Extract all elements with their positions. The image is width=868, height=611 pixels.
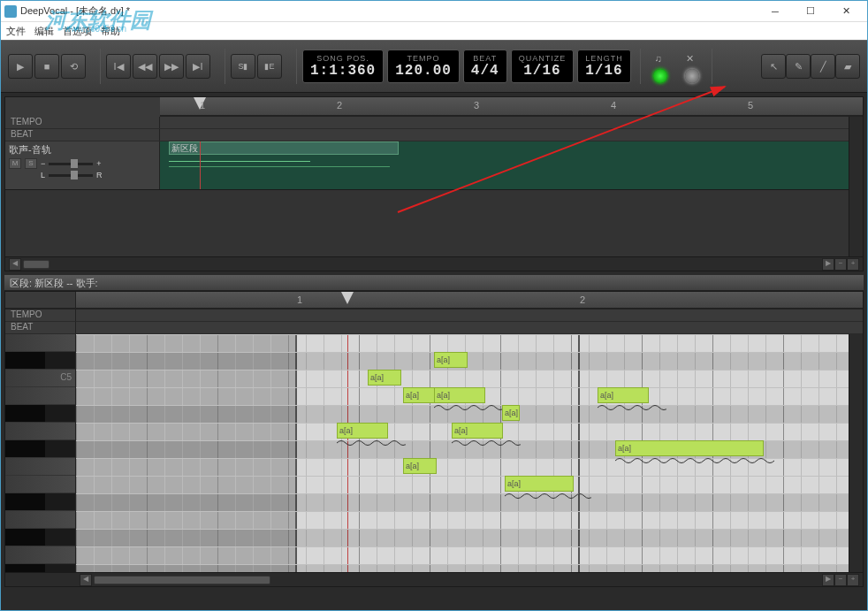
marker-end-button[interactable]: ▮E bbox=[257, 54, 282, 79]
piano-scroll-left[interactable]: ◀ bbox=[80, 574, 92, 586]
play-button[interactable]: ▶ bbox=[8, 54, 33, 79]
menu-file[interactable]: 文件 bbox=[6, 25, 26, 38]
key-c5: C5 bbox=[60, 372, 72, 382]
piano-scroll-right[interactable]: ▶ bbox=[822, 574, 834, 586]
menu-pref[interactable]: 首选项 bbox=[63, 25, 92, 38]
ruler-3: 3 bbox=[474, 100, 479, 111]
songpos-display[interactable]: SONG POS. 1:1:360 bbox=[302, 50, 384, 83]
music-note-icon[interactable]: ♫ bbox=[650, 50, 667, 67]
piano-grid[interactable]: a[a]a[a]a[a]a[a]a[a]a[a]a[a]a[a]a[a]a[a]… bbox=[76, 334, 849, 572]
midi-note[interactable]: a[a] bbox=[368, 370, 401, 386]
piano-tempo-grid[interactable] bbox=[76, 309, 863, 322]
tempo-display[interactable]: TEMPO 120.00 bbox=[387, 50, 460, 83]
piano-playhead-marker[interactable] bbox=[341, 292, 354, 304]
rewind-button[interactable]: ◀◀ bbox=[133, 54, 157, 79]
ruler-5: 5 bbox=[748, 100, 753, 111]
track-header[interactable]: 歌声-音轨 M S − + L R bbox=[5, 141, 160, 189]
menu-edit[interactable]: 编辑 bbox=[34, 25, 54, 38]
ruler-1: 1 bbox=[200, 100, 205, 111]
region-block[interactable]: 新区段 bbox=[169, 141, 399, 155]
midi-note[interactable]: a[a] bbox=[434, 387, 485, 403]
vol-plus: + bbox=[96, 159, 101, 168]
zoom-out-btn[interactable]: − bbox=[834, 258, 847, 271]
pan-r: R bbox=[96, 171, 103, 179]
marker-start-button[interactable]: S▮ bbox=[231, 54, 255, 79]
midi-note[interactable]: a[a] bbox=[598, 387, 649, 403]
track-area: 1 2 3 4 5 6 TEMPO BEAT 歌声-音轨 M S − + bbox=[4, 96, 864, 271]
track-ruler[interactable]: 1 2 3 4 5 6 bbox=[160, 97, 863, 117]
track-scrollbar[interactable]: ◀ ▶ − + bbox=[5, 256, 863, 271]
songpos-label: SONG POS. bbox=[310, 54, 376, 63]
titlebar: DeepVocal - [未命名.dv] * ─ ☐ ✕ bbox=[1, 1, 867, 22]
midi-note[interactable]: a[a] bbox=[505, 476, 574, 492]
forward-button[interactable]: ▶▶ bbox=[159, 54, 184, 79]
length-value: 1/16 bbox=[585, 63, 623, 79]
piano-ruler-1: 1 bbox=[297, 294, 302, 305]
piano-vscroll[interactable] bbox=[849, 334, 863, 572]
tempo-row-grid[interactable] bbox=[160, 117, 863, 128]
ruler-4: 4 bbox=[611, 100, 616, 111]
eraser-tool[interactable]: ▰ bbox=[835, 54, 860, 79]
track-vscroll[interactable] bbox=[849, 117, 863, 256]
volume-slider[interactable] bbox=[49, 163, 93, 165]
piano-keyboard[interactable]: C5 C4 bbox=[5, 334, 76, 572]
tempo-value: 120.00 bbox=[395, 63, 452, 79]
beat-display[interactable]: BEAT 4/4 bbox=[463, 50, 507, 83]
stop-button[interactable]: ■ bbox=[34, 54, 59, 79]
piano-tempo-label: TEMPO bbox=[5, 309, 76, 322]
goto-end-button[interactable]: ▶I bbox=[186, 54, 210, 79]
scroll-right-btn[interactable]: ▶ bbox=[822, 258, 834, 271]
track-row: 歌声-音轨 M S − + L R 新区段 bbox=[5, 141, 863, 190]
scroll-left-btn[interactable]: ◀ bbox=[9, 258, 21, 271]
quantize-label: QUANTIZE bbox=[519, 54, 567, 63]
pointer-tool[interactable]: ↖ bbox=[761, 54, 786, 79]
track-name: 歌声-音轨 bbox=[9, 143, 156, 157]
led-grey[interactable] bbox=[685, 69, 699, 83]
length-label: LENGTH bbox=[585, 54, 623, 63]
tempo-label: TEMPO bbox=[395, 54, 452, 63]
ruler-2: 2 bbox=[337, 100, 342, 111]
close-button[interactable]: ✕ bbox=[828, 1, 864, 22]
piano-beat-grid[interactable] bbox=[76, 322, 863, 334]
app-logo bbox=[4, 5, 17, 18]
menu-help[interactable]: 帮助 bbox=[101, 25, 120, 38]
piano-zoom-in[interactable]: + bbox=[847, 574, 859, 586]
piano-scrollbar[interactable]: ◀ ▶ − + bbox=[5, 572, 863, 586]
midi-note[interactable]: a[a] bbox=[615, 440, 764, 456]
midi-note[interactable]: a[a] bbox=[502, 405, 520, 421]
track-scroll-thumb[interactable] bbox=[23, 260, 49, 269]
quantize-value: 1/16 bbox=[519, 63, 567, 79]
zoom-in-btn[interactable]: + bbox=[847, 258, 859, 271]
segment-header: 区段: 新区段 -- 歌手: bbox=[4, 275, 864, 291]
piano-zoom-out[interactable]: − bbox=[834, 574, 847, 586]
beat-row-grid[interactable] bbox=[160, 129, 863, 141]
midi-note[interactable]: a[a] bbox=[403, 387, 437, 403]
goto-start-button[interactable]: I◀ bbox=[106, 54, 131, 79]
line-tool[interactable]: ╱ bbox=[811, 54, 835, 79]
mute-button[interactable]: M bbox=[9, 158, 21, 169]
solo-button[interactable]: S bbox=[25, 158, 37, 169]
midi-note[interactable]: a[a] bbox=[452, 423, 503, 439]
midi-note[interactable]: a[a] bbox=[403, 458, 437, 474]
midi-note[interactable]: a[a] bbox=[434, 352, 468, 368]
maximize-button[interactable]: ☐ bbox=[793, 1, 828, 22]
piano-ruler[interactable]: 1 2 bbox=[76, 292, 863, 308]
piano-area: 1 2 TEMPO BEAT C5 C4 bbox=[4, 291, 864, 587]
length-display[interactable]: LENGTH 1/16 bbox=[577, 50, 631, 83]
pencil-tool[interactable]: ✎ bbox=[786, 54, 811, 79]
piano-scroll-thumb[interactable] bbox=[94, 576, 270, 584]
menubar: 文件 编辑 首选项 帮助 河东软件园 www.pc0359.cn bbox=[1, 22, 867, 40]
piano-ruler-2: 2 bbox=[580, 294, 585, 305]
track-playhead-line bbox=[200, 141, 201, 189]
quantize-display[interactable]: QUANTIZE 1/16 bbox=[511, 50, 575, 83]
beat-value: 4/4 bbox=[471, 63, 499, 79]
loop-button[interactable]: ⟲ bbox=[61, 54, 86, 79]
led-green[interactable] bbox=[653, 69, 667, 83]
pan-slider[interactable] bbox=[49, 174, 93, 177]
midi-note[interactable]: a[a] bbox=[337, 423, 388, 439]
piano-beat-label: BEAT bbox=[5, 322, 76, 334]
pan-l: L bbox=[41, 171, 45, 179]
shuffle-icon[interactable]: ✕ bbox=[681, 50, 699, 67]
track-content[interactable]: 新区段 bbox=[160, 141, 863, 189]
minimize-button[interactable]: ─ bbox=[758, 1, 793, 22]
